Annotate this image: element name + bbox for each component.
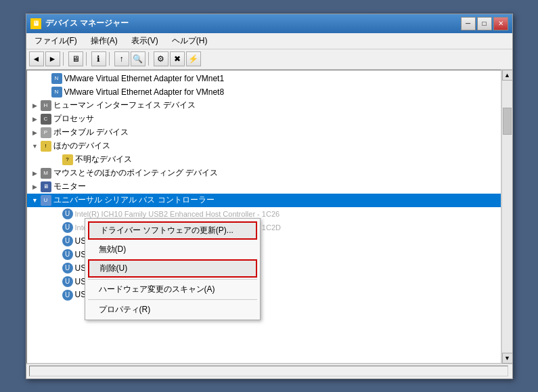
tb-update[interactable]: ↑ bbox=[114, 51, 129, 66]
icon-unknown: ? bbox=[62, 154, 73, 165]
icon-vmnet8: N bbox=[51, 87, 62, 97]
icon-usb7: U bbox=[62, 290, 73, 301]
ctx-scan[interactable]: ハードウェア変更のスキャン(A) bbox=[85, 281, 260, 298]
expander-usb4 bbox=[51, 249, 62, 260]
vertical-scrollbar[interactable]: ▲ ▼ bbox=[501, 70, 512, 364]
device-tree[interactable]: N VMware Virtual Ethernet Adapter for VM… bbox=[26, 70, 501, 364]
tb-separator-3 bbox=[109, 52, 112, 66]
expander-mouse[interactable]: ▶ bbox=[30, 168, 41, 179]
expander-usb-ctrl[interactable]: ▼ bbox=[30, 195, 41, 206]
icon-usb6: U bbox=[62, 276, 73, 287]
tb-forward[interactable]: ► bbox=[45, 51, 60, 66]
expander-usb6 bbox=[51, 276, 62, 287]
scroll-down-button[interactable]: ▼ bbox=[502, 353, 512, 364]
expander-usb7 bbox=[51, 290, 62, 301]
tb-extra2[interactable]: ✖ bbox=[170, 51, 185, 66]
title-bar: 🖥 デバイス マネージャー ─ □ ✕ bbox=[26, 14, 512, 33]
tb-info[interactable]: ℹ bbox=[91, 51, 106, 66]
tb-extra3[interactable]: ⚡ bbox=[186, 51, 201, 66]
tb-separator-1 bbox=[63, 52, 66, 66]
label-human: ヒューマン インターフェイス デバイス bbox=[53, 100, 196, 111]
icon-cpu: C bbox=[41, 114, 51, 125]
ctx-properties[interactable]: プロパティ(R) bbox=[85, 301, 260, 318]
label-usb1: Intel(R) ICH10 Family USB2 Enhanced Host… bbox=[75, 210, 280, 218]
icon-usb5: U bbox=[62, 263, 73, 274]
context-menu: ドライバー ソフトウェアの更新(P)... 無効(D) 削除(U) ハードウェア… bbox=[85, 218, 261, 320]
menu-view[interactable]: 表示(V) bbox=[126, 34, 164, 48]
icon-usb1: U bbox=[62, 209, 73, 219]
expander-usb1 bbox=[51, 209, 62, 219]
device-manager-window: 🖥 デバイス マネージャー ─ □ ✕ ファイル(F) 操作(A) 表示(V) … bbox=[26, 14, 513, 379]
label-other: ほかのデバイス bbox=[53, 140, 110, 152]
tree-item-usb-ctrl[interactable]: ▼ U ユニバーサル シリアル バス コントローラー bbox=[27, 194, 501, 207]
scroll-up-button[interactable]: ▲ bbox=[502, 70, 512, 81]
tb-separator-2 bbox=[86, 52, 89, 66]
label-portable: ポータブル デバイス bbox=[53, 127, 129, 138]
icon-monitor: 🖥 bbox=[41, 181, 51, 192]
icon-vmnet1: N bbox=[51, 73, 62, 84]
ctx-delete[interactable]: 削除(U) bbox=[88, 259, 257, 278]
maximize-button[interactable]: □ bbox=[477, 17, 492, 30]
icon-mouse: M bbox=[41, 168, 51, 179]
menu-file[interactable]: ファイル(F) bbox=[29, 34, 83, 48]
ctx-disable[interactable]: 無効(D) bbox=[85, 241, 260, 258]
icon-usb3: U bbox=[62, 236, 73, 246]
icon-other: ! bbox=[41, 141, 51, 152]
label-mouse: マウスとそのほかのポインティング デバイス bbox=[53, 167, 218, 179]
tree-item-mouse[interactable]: ▶ M マウスとそのほかのポインティング デバイス bbox=[27, 167, 501, 180]
menu-bar: ファイル(F) 操作(A) 表示(V) ヘルプ(H) bbox=[26, 33, 512, 49]
label-vmnet1: VMware Virtual Ethernet Adapter for VMne… bbox=[64, 74, 225, 83]
tree-item-cpu[interactable]: ▶ C プロセッサ bbox=[27, 112, 501, 126]
expander-usb3 bbox=[51, 236, 62, 246]
expander-other[interactable]: ▼ bbox=[30, 141, 41, 152]
label-usb-ctrl: ユニバーサル シリアル バス コントローラー bbox=[53, 194, 215, 206]
scroll-track[interactable] bbox=[502, 81, 512, 353]
tb-separator-4 bbox=[148, 52, 151, 66]
icon-usb4: U bbox=[62, 249, 73, 260]
menu-action[interactable]: 操作(A) bbox=[85, 34, 123, 48]
close-button[interactable]: ✕ bbox=[493, 17, 508, 30]
tb-scan[interactable]: 🔍 bbox=[131, 51, 145, 66]
status-pane bbox=[29, 366, 508, 376]
status-bar bbox=[26, 364, 512, 378]
expander-monitor[interactable]: ▶ bbox=[30, 181, 41, 192]
expander-usb2 bbox=[51, 222, 62, 233]
label-unknown: 不明なデバイス bbox=[75, 154, 132, 165]
expander-portable[interactable]: ▶ bbox=[30, 127, 41, 138]
ctx-separator bbox=[88, 279, 257, 280]
expander-vmnet1 bbox=[41, 73, 51, 84]
title-buttons: ─ □ ✕ bbox=[461, 17, 508, 30]
tb-computer[interactable]: 🖥 bbox=[68, 51, 83, 66]
tb-back[interactable]: ◄ bbox=[29, 51, 44, 66]
label-monitor: モニター bbox=[53, 181, 86, 192]
scroll-thumb[interactable] bbox=[503, 108, 512, 135]
tree-item-unknown[interactable]: ? 不明なデバイス bbox=[27, 153, 501, 167]
ctx-separator-2 bbox=[88, 299, 257, 300]
tree-item-portable[interactable]: ▶ P ポータブル デバイス bbox=[27, 126, 501, 139]
window-title: デバイス マネージャー bbox=[45, 18, 129, 29]
expander-vmnet8 bbox=[41, 87, 51, 97]
window-icon: 🖥 bbox=[30, 18, 41, 29]
title-bar-left: 🖥 デバイス マネージャー bbox=[30, 18, 129, 29]
tree-item-vmnet1[interactable]: N VMware Virtual Ethernet Adapter for VM… bbox=[27, 72, 501, 85]
tb-extra1[interactable]: ⚙ bbox=[154, 51, 169, 66]
label-cpu: プロセッサ bbox=[53, 113, 94, 125]
icon-human: H bbox=[41, 100, 51, 111]
menu-help[interactable]: ヘルプ(H) bbox=[166, 34, 213, 48]
minimize-button[interactable]: ─ bbox=[461, 17, 476, 30]
ctx-update-driver[interactable]: ドライバー ソフトウェアの更新(P)... bbox=[88, 221, 257, 240]
expander-usb5 bbox=[51, 263, 62, 274]
content-area: N VMware Virtual Ethernet Adapter for VM… bbox=[26, 70, 512, 364]
label-vmnet8: VMware Virtual Ethernet Adapter for VMne… bbox=[64, 87, 225, 97]
icon-usb-ctrl: U bbox=[41, 195, 51, 206]
tree-item-monitor[interactable]: ▶ 🖥 モニター bbox=[27, 180, 501, 194]
tree-item-other[interactable]: ▼ ! ほかのデバイス bbox=[27, 139, 501, 153]
expander-unknown bbox=[51, 154, 62, 165]
icon-portable: P bbox=[41, 127, 51, 138]
icon-usb2: U bbox=[62, 222, 73, 233]
expander-cpu[interactable]: ▶ bbox=[30, 114, 41, 125]
expander-human[interactable]: ▶ bbox=[30, 100, 41, 111]
tree-item-vmnet8[interactable]: N VMware Virtual Ethernet Adapter for VM… bbox=[27, 85, 501, 99]
toolbar: ◄ ► 🖥 ℹ ↑ 🔍 ⚙ ✖ ⚡ bbox=[26, 49, 512, 70]
tree-item-human[interactable]: ▶ H ヒューマン インターフェイス デバイス bbox=[27, 99, 501, 112]
